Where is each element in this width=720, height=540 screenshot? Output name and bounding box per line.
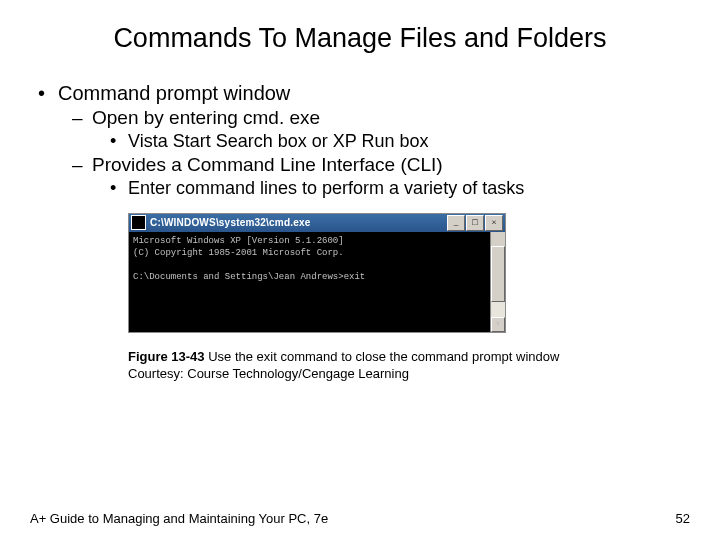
- bullet-l3b-text: Enter command lines to perform a variety…: [128, 178, 524, 198]
- scroll-track[interactable]: [491, 246, 505, 318]
- bullet-l1-text: Command prompt window: [58, 82, 290, 104]
- footer-left: A+ Guide to Managing and Maintaining You…: [30, 511, 328, 526]
- bullet-l3a: Vista Start Search box or XP Run box: [110, 131, 690, 152]
- bullet-l1: Command prompt window Open by entering c…: [38, 82, 690, 199]
- cmd-terminal[interactable]: Microsoft Windows XP [Version 5.1.2600] …: [129, 232, 505, 332]
- cmd-scrollbar[interactable]: ▴ ▾: [490, 232, 505, 332]
- scroll-thumb[interactable]: [491, 246, 505, 302]
- cmd-icon: [131, 215, 146, 230]
- figure-courtesy: Courtesy: Course Technology/Cengage Lear…: [128, 366, 409, 381]
- slide-title: Commands To Manage Files and Folders: [30, 22, 690, 56]
- bullet-l3a-text: Vista Start Search box or XP Run box: [128, 131, 429, 151]
- bullet-l3b: Enter command lines to perform a variety…: [110, 178, 690, 199]
- bullet-l2a-text: Open by entering cmd. exe: [92, 107, 320, 128]
- figure-text: Use the exit command to close the comman…: [205, 349, 560, 364]
- cmd-titlebar: C:\WINDOWS\system32\cmd.exe _ □ ×: [129, 214, 505, 232]
- cmd-line4: C:\Documents and Settings\Jean Andrews>e…: [133, 272, 365, 282]
- figure-number: Figure 13-43: [128, 349, 205, 364]
- bullet-l2a: Open by entering cmd. exe Vista Start Se…: [72, 107, 690, 152]
- close-button[interactable]: ×: [485, 215, 503, 231]
- bullet-l2b: Provides a Command Line Interface (CLI) …: [72, 154, 690, 199]
- slide-footer: A+ Guide to Managing and Maintaining You…: [30, 511, 690, 526]
- bullet-l2b-text: Provides a Command Line Interface (CLI): [92, 154, 443, 175]
- cmd-window: C:\WINDOWS\system32\cmd.exe _ □ × Micros…: [128, 213, 506, 333]
- scroll-down-button[interactable]: ▾: [491, 317, 505, 332]
- cmd-line2: (C) Copyright 1985-2001 Microsoft Corp.: [133, 248, 344, 258]
- cmd-line1: Microsoft Windows XP [Version 5.1.2600]: [133, 236, 344, 246]
- cmd-window-figure: C:\WINDOWS\system32\cmd.exe _ □ × Micros…: [128, 213, 506, 333]
- page-number: 52: [676, 511, 690, 526]
- window-buttons: _ □ ×: [447, 215, 503, 231]
- minimize-button[interactable]: _: [447, 215, 465, 231]
- cmd-title-text: C:\WINDOWS\system32\cmd.exe: [150, 217, 447, 228]
- figure-caption: Figure 13-43 Use the exit command to clo…: [128, 349, 628, 383]
- maximize-button[interactable]: □: [466, 215, 484, 231]
